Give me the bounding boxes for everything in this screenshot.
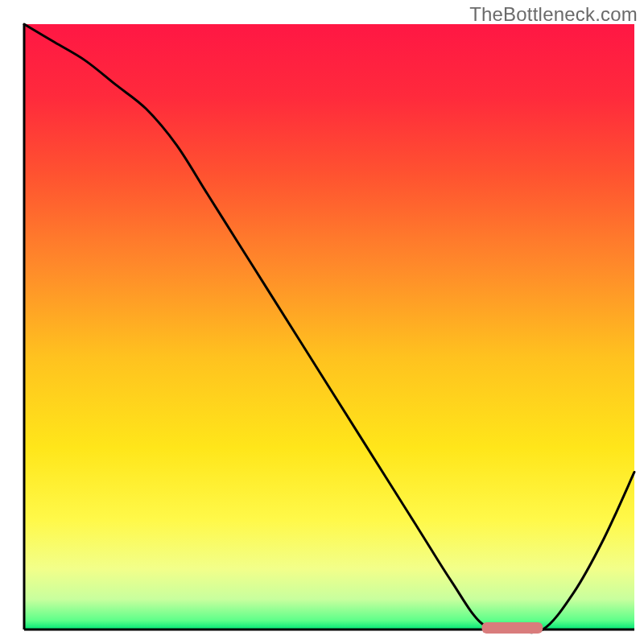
watermark-text: TheBottleneck.com	[469, 3, 638, 26]
gradient-background	[24, 24, 634, 630]
chart-container: TheBottleneck.com	[0, 0, 644, 644]
bottleneck-chart	[0, 0, 644, 644]
optimal-marker	[482, 622, 543, 634]
